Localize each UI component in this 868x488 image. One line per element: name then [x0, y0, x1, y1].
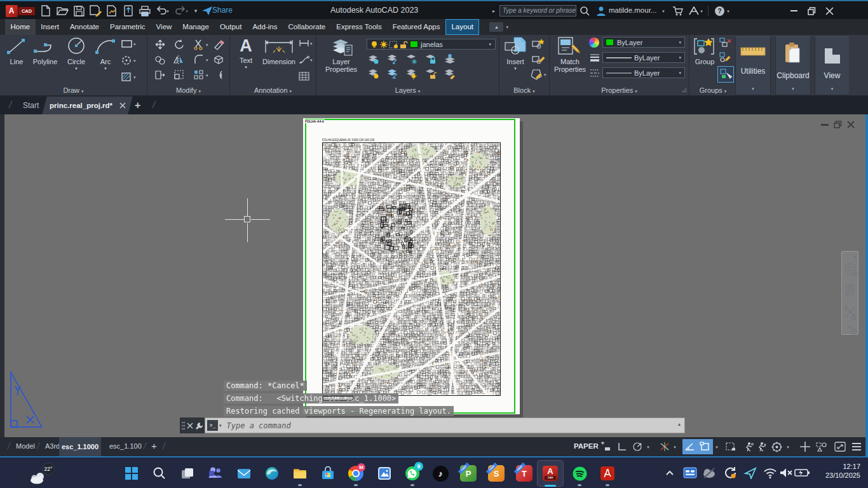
file-tab-close-icon[interactable] [119, 102, 126, 109]
ungroup-tool[interactable] [719, 37, 733, 50]
rectangle-tool[interactable]: ▾ [121, 39, 136, 49]
onedrive-paused-icon[interactable] [702, 465, 717, 480]
navigation-bar[interactable]: 2D [841, 251, 858, 335]
file-explorer-icon[interactable] [290, 463, 310, 484]
tab-featured-apps[interactable]: Featured Apps [387, 19, 445, 35]
scale-tool[interactable] [173, 69, 186, 81]
command-wrench-icon[interactable] [195, 422, 203, 430]
search-icon[interactable] [578, 4, 591, 17]
layer-dropdown[interactable]: janelas ▾ [367, 39, 496, 50]
tab-view[interactable]: View [151, 19, 177, 35]
ortho-icon[interactable] [614, 439, 630, 454]
dim-style-tool[interactable]: ▾ [299, 39, 313, 48]
command-bar-grip[interactable] [180, 417, 205, 433]
edit-block-tool[interactable] [531, 53, 545, 65]
close-button[interactable] [824, 5, 835, 17]
group-edit-tool[interactable] [719, 51, 733, 64]
erase-tool[interactable] [213, 39, 226, 50]
tab-annotate[interactable]: Annotate [64, 19, 104, 35]
taskbar-search-icon[interactable] [149, 463, 170, 484]
tab-addins[interactable]: Add-ins [247, 19, 283, 35]
panel-clipboard[interactable]: Clipboard ▾ [775, 36, 811, 95]
layer-tools-row-1[interactable] [367, 53, 456, 65]
selection-cycling-icon[interactable] [723, 439, 738, 454]
panel-utilities[interactable]: Utilities ▾ [735, 36, 771, 95]
panel-label-properties[interactable]: Properties ▾ [550, 86, 689, 94]
cart-icon[interactable] [671, 4, 684, 17]
mirror-tool[interactable] [173, 54, 186, 65]
photos-icon[interactable] [374, 463, 395, 484]
spotify-icon[interactable] [569, 463, 590, 484]
file-tab-start[interactable]: Start [17, 97, 45, 114]
search-expand-icon[interactable]: ▸ [491, 4, 497, 17]
text-button[interactable]: A Text ▾ [234, 36, 258, 70]
acrobat-icon[interactable] [597, 463, 618, 484]
command-bar[interactable]: >_ ▾ Type a command ▴ [180, 417, 685, 433]
hatch-tool[interactable]: ▾ [121, 72, 136, 82]
layout-tab-model[interactable]: Model [16, 442, 35, 450]
rotate-tool[interactable] [173, 39, 186, 50]
save-icon[interactable] [72, 4, 85, 17]
battery-icon[interactable] [794, 465, 810, 480]
weather-widget[interactable]: 22° [28, 464, 64, 487]
copy-tool[interactable] [154, 54, 166, 65]
viewport-minimize[interactable] [821, 124, 829, 126]
line-button[interactable]: Line [4, 36, 29, 65]
panel-label-annotation[interactable]: Annotation ▾ [230, 86, 316, 94]
panel-label-layers[interactable]: Layers ▾ [316, 86, 499, 94]
command-input[interactable]: >_ ▾ Type a command ▴ [205, 417, 685, 433]
arc-button[interactable]: Arc ▾ [93, 36, 118, 71]
annoscale-dropdown[interactable]: ▾ [784, 439, 792, 454]
panel-label-modify[interactable]: Modify ▾ [147, 86, 229, 94]
help-icon[interactable]: ? [713, 4, 726, 17]
command-history-toggle[interactable]: ▴ [678, 421, 681, 427]
wifi-icon[interactable] [763, 465, 778, 480]
tab-express-tools[interactable]: Express Tools [331, 19, 387, 35]
move-tool[interactable] [154, 39, 166, 50]
trim-tool[interactable]: ▾ [193, 39, 208, 50]
tiktok-icon[interactable]: ♪ [430, 463, 451, 484]
chrome-icon[interactable]: M [346, 463, 366, 484]
paper-space-toggle[interactable]: PAPER [574, 442, 599, 450]
ms-store-icon[interactable] [318, 463, 338, 484]
offset-tool[interactable] [213, 69, 226, 81]
panel-label-groups[interactable]: Groups ▾ [689, 86, 736, 94]
sync-icon[interactable] [722, 465, 738, 480]
autodesk-icon[interactable] [688, 4, 700, 17]
user-dropdown[interactable]: ▾ [661, 4, 666, 17]
panel-view[interactable]: View ▾ [815, 36, 849, 95]
edit-attributes-tool[interactable]: ▾ [531, 68, 546, 81]
location-icon[interactable] [743, 465, 758, 480]
maximize-button[interactable] [806, 5, 817, 17]
autodesk-dropdown[interactable]: ▾ [699, 4, 704, 17]
customization-menu-icon[interactable] [849, 439, 864, 454]
autocad-taskbar-icon[interactable]: ACAD [540, 463, 560, 484]
polyline-button[interactable]: Polyline [31, 36, 60, 65]
tab-output[interactable]: Output [214, 19, 247, 35]
office-p-icon[interactable]: PFREE [458, 463, 478, 484]
username-label[interactable]: matilde.mour... [609, 6, 656, 14]
drawing-area[interactable]: FOLHA-A4-0 FOLHA ESQUEMA 2K X300 CM 100 … [0, 114, 868, 437]
insert-button[interactable]: Insert ▾ [503, 36, 528, 71]
create-block-tool[interactable] [531, 37, 545, 50]
polar-tracking-icon[interactable] [630, 439, 646, 454]
lineweight-dropdown[interactable]: ByLayer ▾ [602, 52, 685, 63]
osnap-dropdown[interactable]: ▾ [713, 439, 721, 454]
leader-tool[interactable]: ▾ [299, 55, 313, 64]
share-label[interactable]: Share [212, 6, 233, 15]
isolate-objects-icon[interactable] [814, 439, 829, 454]
taskbar-clock[interactable]: 12:17 23/10/2025 [825, 462, 860, 480]
mail-icon[interactable] [234, 463, 254, 484]
polar-dropdown[interactable]: ▾ [644, 439, 652, 454]
search-input[interactable]: Type a keyword or phrase [499, 5, 576, 17]
array-tool[interactable]: ▾ [193, 69, 208, 81]
layout-paper[interactable]: FOLHA-A4-0 FOLHA ESQUEMA 2K X300 CM 100 … [303, 118, 520, 414]
autocad-logo-icon[interactable]: A [5, 4, 18, 17]
teams-icon[interactable] [205, 463, 226, 484]
export-icon[interactable] [122, 4, 135, 17]
command-close-icon[interactable] [187, 423, 193, 429]
match-properties-button[interactable]: MatchProperties [553, 36, 587, 73]
properties-dialog-launcher[interactable]: ◿ [682, 87, 686, 93]
panel-label-draw[interactable]: Draw ▾ [0, 86, 147, 94]
ellipse-tool[interactable]: ▾ [121, 55, 136, 65]
